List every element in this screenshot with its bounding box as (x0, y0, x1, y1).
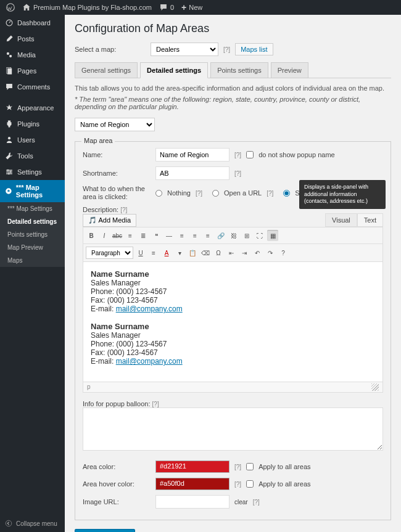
sub-map-settings[interactable]: *** Map Settings (0, 202, 65, 215)
site-link[interactable]: Premium Map Plugins by Fla-shop.com (19, 3, 155, 12)
help-icon[interactable]: [?] (267, 190, 273, 197)
menu-comments[interactable]: Comments (0, 79, 65, 95)
text-tab[interactable]: Text (357, 213, 383, 227)
click-label: What to do when the area is clicked: (83, 185, 151, 201)
quote-icon[interactable]: ❝ (151, 230, 162, 241)
editor-body[interactable]: Name SurnameSales ManagerPhone: (000) 12… (83, 262, 383, 382)
svg-point-10 (7, 170, 9, 171)
sub-preview[interactable]: Map Preview (0, 241, 65, 254)
name-input[interactable] (155, 148, 229, 162)
region-select[interactable]: Name of Region (75, 118, 155, 131)
visual-tab[interactable]: Visual (325, 213, 357, 227)
add-media-button[interactable]: 🎵 Add Media (83, 214, 136, 227)
submenu: *** Map Settings Detailed settings Point… (0, 202, 65, 267)
menu-plugins[interactable]: Plugins (0, 116, 65, 132)
menu-map-settings[interactable]: *** Map Settings (0, 180, 65, 202)
tab-points[interactable]: Points settings (210, 62, 268, 78)
tab-preview[interactable]: Preview (271, 62, 308, 78)
link-icon[interactable]: 🔗 (215, 230, 226, 241)
help-icon[interactable]: [?] (234, 481, 241, 488)
help-icon[interactable]: [?] (120, 207, 127, 213)
maps-list-button[interactable]: Maps list (235, 43, 273, 55)
apply-hover-checkbox[interactable] (246, 480, 254, 488)
unlink-icon[interactable]: ⛓ (228, 230, 239, 241)
toggle-toolbar-icon[interactable]: ▦ (267, 230, 278, 241)
undo-icon[interactable]: ↶ (252, 247, 263, 258)
fieldset-legend: Map area (81, 137, 115, 144)
bold-icon[interactable]: B (86, 230, 97, 241)
hover-label: Area hover color: (83, 480, 151, 488)
collapse-menu[interactable]: Collapse menu (0, 515, 65, 532)
svg-point-3 (9, 55, 12, 57)
svg-rect-5 (7, 68, 12, 75)
help-icon[interactable]: [?] (253, 499, 260, 505)
help-icon[interactable]: [?] (223, 46, 230, 53)
sub-maps[interactable]: Maps (0, 254, 65, 267)
tab-note: * The term "area" means one of the follo… (75, 96, 391, 110)
menu-tools[interactable]: Tools (0, 148, 65, 164)
indent-icon[interactable]: ⇥ (239, 247, 250, 258)
wp-logo[interactable] (2, 3, 19, 12)
clear-icon[interactable]: ⌫ (200, 247, 211, 258)
char-icon[interactable]: Ω (213, 247, 224, 258)
menu-users[interactable]: Users (0, 132, 65, 148)
help-icon[interactable]: [?] (234, 170, 241, 177)
align-right-icon[interactable]: ≡ (202, 230, 213, 241)
color-swatch[interactable]: #d21921 (155, 460, 229, 473)
apply-color-checkbox[interactable] (246, 463, 254, 470)
help-icon[interactable]: [?] (234, 464, 241, 470)
info-textarea[interactable] (83, 407, 383, 451)
sub-detailed[interactable]: Detailed settings (0, 215, 65, 228)
align-left-icon[interactable]: ≡ (176, 230, 188, 241)
menu-appearance[interactable]: Appearance (0, 100, 65, 116)
editor-statusbar: p (83, 382, 383, 393)
select-map[interactable]: Dealers (151, 43, 218, 56)
menu-posts[interactable]: Posts (0, 31, 65, 47)
help-icon[interactable]: [?] (152, 401, 159, 407)
more-icon[interactable]: ⊞ (241, 230, 252, 241)
fullscreen-icon[interactable]: ⛶ (254, 230, 265, 241)
paragraph-select[interactable]: Paragraph (86, 247, 133, 259)
help-icon[interactable]: [?] (196, 190, 202, 197)
tab-description: This tab allows you to add the area-spec… (75, 84, 391, 92)
clear-link[interactable]: clear (234, 499, 248, 505)
image-input[interactable] (155, 495, 229, 509)
new-link[interactable]: +New (178, 2, 206, 12)
justify-icon[interactable]: ≡ (148, 247, 159, 258)
tab-general[interactable]: General settings (75, 62, 138, 78)
save-button[interactable]: Save Changes (75, 529, 135, 532)
underline-icon[interactable]: U (135, 247, 146, 258)
menu-settings[interactable]: Settings (0, 164, 65, 180)
dropdown-icon[interactable]: ▾ (174, 247, 185, 258)
hover-swatch[interactable]: #a50f0d (155, 478, 229, 490)
paste-icon[interactable]: 📋 (187, 247, 198, 258)
ol-icon[interactable]: ≣ (138, 230, 149, 241)
noshow-checkbox[interactable] (246, 151, 254, 158)
click-more-radio[interactable] (283, 190, 290, 197)
menu-media[interactable]: Media (0, 47, 65, 63)
hr-icon[interactable]: — (163, 230, 175, 241)
italic-icon[interactable]: I (99, 230, 110, 241)
strike-icon[interactable]: abc (112, 230, 123, 241)
sub-points[interactable]: Points settings (0, 228, 65, 241)
ul-icon[interactable]: ≡ (125, 230, 136, 241)
svg-point-12 (8, 173, 10, 174)
comments-link[interactable]: 0 (155, 3, 178, 12)
outdent-icon[interactable]: ⇤ (226, 247, 237, 258)
click-nothing-radio[interactable] (155, 190, 162, 197)
align-center-icon[interactable]: ≡ (189, 230, 200, 241)
resize-handle[interactable] (371, 383, 379, 391)
menu-dashboard[interactable]: Dashboard (0, 15, 65, 31)
tab-detailed[interactable]: Detailed settings (140, 62, 208, 78)
textcolor-icon[interactable]: A (161, 247, 172, 258)
shortname-input[interactable] (155, 166, 229, 180)
redo-icon[interactable]: ↷ (265, 247, 276, 258)
admin-sidebar: Dashboard Posts Media Pages Comments App… (0, 15, 65, 532)
editor-toolbar: B I abc ≡ ≣ ❝ — ≡ ≡ ≡ 🔗 ⛓ ⊞ ⛶ ▦ (83, 227, 383, 244)
help-icon[interactable]: [?] (234, 152, 241, 158)
help-toolbar-icon[interactable]: ? (278, 247, 289, 258)
noshow-label: do not show popup name (258, 151, 335, 158)
select-map-label: Select a map: (75, 46, 146, 53)
menu-pages[interactable]: Pages (0, 63, 65, 79)
click-url-radio[interactable] (212, 190, 219, 197)
